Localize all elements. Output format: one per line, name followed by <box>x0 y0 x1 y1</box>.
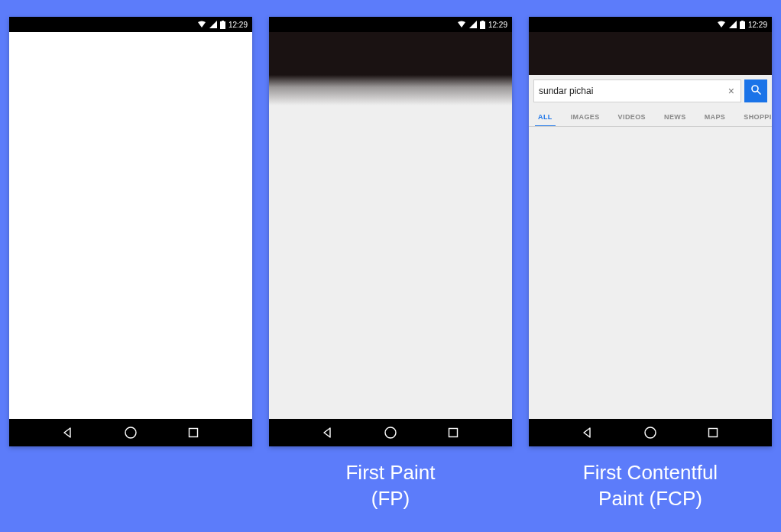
search-row: sundar pichai × <box>529 75 772 102</box>
caption-fp: First Paint (FP) <box>345 460 435 514</box>
caption-fp-line1: First Paint <box>345 460 435 486</box>
svg-point-12 <box>645 427 656 438</box>
stage-blank: 12:29 <box>9 17 252 514</box>
svg-rect-0 <box>220 21 225 29</box>
signal-icon <box>209 21 217 28</box>
signal-icon <box>469 21 477 28</box>
svg-point-2 <box>125 427 136 438</box>
caption-fcp: First Contentful Paint (FCP) <box>583 460 718 514</box>
home-button[interactable] <box>633 426 668 440</box>
back-button[interactable] <box>310 427 345 439</box>
tab-images[interactable]: IMAGES <box>562 109 609 126</box>
recents-button[interactable] <box>436 427 471 438</box>
screen-content-fcp: sundar pichai × ALL IMAGES VIDEOS NEWS M… <box>529 32 772 419</box>
stage-first-contentful-paint: 12:29 sundar pichai × ALL IMAGES VIDEOS <box>529 17 772 514</box>
svg-rect-9 <box>741 21 744 22</box>
svg-rect-3 <box>190 429 198 437</box>
status-time: 12:29 <box>228 21 248 29</box>
phone-frame: 12:29 <box>269 17 512 446</box>
tab-shopping[interactable]: SHOPPING <box>734 109 772 126</box>
battery-icon <box>480 21 485 29</box>
search-input[interactable]: sundar pichai × <box>533 79 741 102</box>
status-time: 12:29 <box>488 21 507 29</box>
search-icon <box>750 84 761 98</box>
svg-rect-8 <box>740 21 745 29</box>
svg-line-11 <box>757 91 760 94</box>
app-header <box>529 32 772 75</box>
search-tabs: ALL IMAGES VIDEOS NEWS MAPS SHOPPING <box>529 102 772 127</box>
phone-frame: 12:29 <box>9 17 252 446</box>
signal-icon <box>729 21 737 28</box>
svg-rect-1 <box>222 21 224 22</box>
wifi-icon <box>197 21 206 28</box>
tab-maps[interactable]: MAPS <box>695 109 735 126</box>
svg-rect-7 <box>449 429 458 437</box>
android-nav-bar <box>529 419 772 446</box>
search-button[interactable] <box>744 79 767 102</box>
caption-fcp-line2: Paint (FCP) <box>583 486 718 512</box>
home-button[interactable] <box>373 426 408 440</box>
svg-rect-13 <box>709 429 718 437</box>
search-query-text: sundar pichai <box>539 86 727 96</box>
caption-fp-line2: (FP) <box>345 486 435 512</box>
svg-point-6 <box>385 427 396 438</box>
status-bar: 12:29 <box>9 17 252 32</box>
phone-frame: 12:29 sundar pichai × ALL IMAGES VIDEOS <box>529 17 772 446</box>
wifi-icon <box>717 21 726 28</box>
back-button[interactable] <box>50 427 86 439</box>
home-button[interactable] <box>113 426 148 440</box>
status-bar: 12:29 <box>269 17 512 32</box>
battery-icon <box>740 21 745 29</box>
caption-fcp-line1: First Contentful <box>583 460 718 486</box>
screen-content-fp <box>269 32 512 419</box>
screen-content-blank <box>9 32 252 419</box>
recents-button[interactable] <box>176 427 211 438</box>
status-time: 12:29 <box>748 21 767 29</box>
recents-button[interactable] <box>695 427 731 438</box>
header-shadow <box>269 75 512 105</box>
stage-first-paint: 12:29 First Paint (FP) <box>269 17 512 514</box>
android-nav-bar <box>9 419 252 446</box>
tab-all[interactable]: ALL <box>529 109 562 126</box>
android-nav-bar <box>269 419 512 446</box>
clear-icon[interactable]: × <box>727 86 736 96</box>
back-button[interactable] <box>570 427 605 439</box>
svg-rect-4 <box>480 21 485 29</box>
app-header-placeholder <box>269 32 512 75</box>
svg-rect-5 <box>481 21 484 22</box>
status-bar: 12:29 <box>529 17 772 32</box>
battery-icon <box>220 21 225 29</box>
tab-news[interactable]: NEWS <box>655 109 695 126</box>
wifi-icon <box>457 21 466 28</box>
tab-videos[interactable]: VIDEOS <box>609 109 655 126</box>
